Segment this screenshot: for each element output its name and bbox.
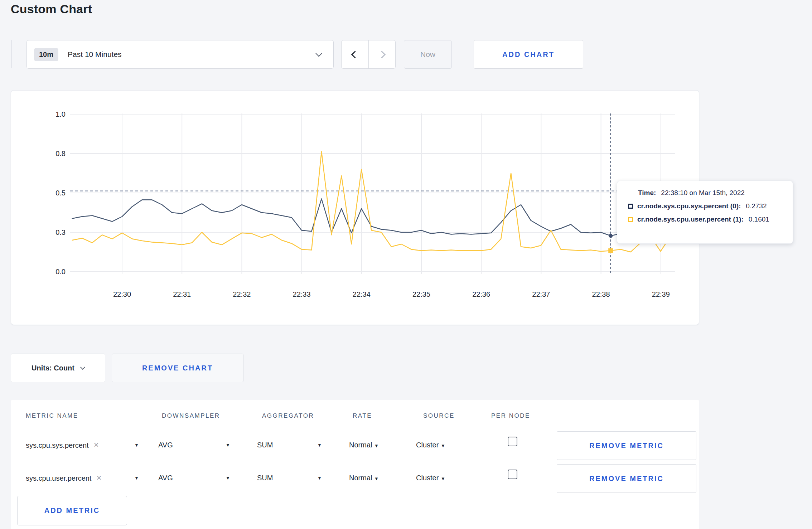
metric-name-select[interactable]: sys.cpu.sys.percent× [26, 440, 99, 450]
tooltip-sys-label: cr.node.sys.cpu.sys.percent (0): [637, 202, 741, 210]
aggregator-caret-icon[interactable]: ▼ [317, 442, 322, 448]
add-chart-button[interactable]: ADD CHART [474, 40, 583, 69]
source-value: Cluster [416, 474, 439, 482]
x-axis-tick-label: 22:31 [173, 290, 191, 298]
x-axis-tick-label: 22:36 [472, 290, 490, 298]
header-metric-name: METRIC NAME [26, 412, 78, 419]
next-range-button[interactable] [368, 40, 396, 68]
header-downsampler: DOWNSAMPLER [162, 412, 220, 419]
series-line [72, 152, 671, 252]
aggregator-select[interactable]: SUM [257, 474, 273, 482]
x-axis-tick-label: 22:37 [532, 290, 550, 298]
time-range-badge: 10m [34, 48, 58, 61]
line-chart[interactable]: 1.00.80.50.30.022:3022:3122:3222:3322:34… [11, 91, 700, 325]
add-metric-button[interactable]: ADD METRIC [17, 496, 127, 525]
x-axis-tick-label: 22:38 [592, 290, 610, 298]
aggregator-caret-icon[interactable]: ▼ [317, 475, 322, 481]
tooltip-user-label: cr.node.sys.cpu.user.percent (1): [637, 215, 744, 223]
rate-caret-icon: ▼ [374, 443, 379, 448]
metric-name-value: sys.cpu.sys.percent [26, 441, 89, 449]
per-node-checkbox[interactable] [508, 437, 517, 446]
source-select[interactable]: Cluster ▼ [416, 474, 445, 482]
metric-name-value: sys.cpu.user.percent [26, 474, 91, 482]
metric-name-caret-icon[interactable]: ▼ [134, 475, 139, 481]
header-rate: RATE [353, 412, 372, 419]
toolbar-divider [11, 40, 11, 68]
clear-metric-icon[interactable]: × [94, 440, 99, 450]
x-axis-tick-label: 22:35 [412, 290, 430, 298]
per-node-checkbox[interactable] [508, 470, 517, 479]
rate-select[interactable]: Normal ▼ [349, 474, 379, 482]
y-axis-tick-label: 1.0 [55, 110, 66, 118]
sys-series-swatch-icon [628, 204, 633, 209]
chart-tooltip: Time: 22:38:10 on Mar 15th, 2022 cr.node… [617, 181, 793, 244]
units-dropdown[interactable]: Units: Count [11, 354, 105, 382]
metric-name-select[interactable]: sys.cpu.user.percent× [26, 473, 101, 483]
tooltip-time-label: Time: [638, 189, 656, 197]
now-button[interactable]: Now [404, 40, 452, 69]
page-title: Custom Chart [11, 2, 92, 16]
downsampler-caret-icon[interactable]: ▼ [226, 475, 230, 481]
clear-metric-icon[interactable]: × [96, 473, 101, 482]
hover-point-sys [609, 234, 613, 238]
remove-metric-button[interactable]: REMOVE METRIC [557, 431, 696, 460]
chevron-right-icon [378, 50, 386, 58]
source-caret-icon: ▼ [441, 476, 445, 481]
tooltip-time-value: 22:38:10 on Mar 15th, 2022 [661, 189, 744, 197]
source-select[interactable]: Cluster ▼ [416, 441, 445, 449]
chevron-left-icon [351, 50, 359, 58]
header-per-node: PER NODE [491, 412, 530, 419]
remove-chart-button[interactable]: REMOVE CHART [112, 354, 243, 382]
time-range-label: Past 10 Minutes [68, 50, 122, 59]
downsampler-caret-icon[interactable]: ▼ [226, 442, 230, 448]
chevron-down-icon [80, 365, 85, 370]
x-axis-tick-label: 22:33 [293, 290, 311, 298]
source-caret-icon: ▼ [441, 443, 445, 448]
y-axis-tick-label: 0.5 [55, 189, 66, 197]
x-axis-tick-label: 22:34 [353, 290, 371, 298]
downsampler-select[interactable]: AVG [158, 441, 173, 449]
y-axis-tick-label: 0.8 [55, 150, 66, 157]
tooltip-user-value: 0.1601 [749, 215, 769, 223]
prev-range-button[interactable] [342, 40, 368, 68]
hover-point-user [608, 248, 613, 253]
time-range-dropdown[interactable]: 10m Past 10 Minutes [26, 40, 334, 69]
x-axis-tick-label: 22:32 [233, 290, 251, 298]
tooltip-sys-value: 0.2732 [746, 202, 767, 210]
y-axis-tick-label: 0.0 [55, 268, 66, 276]
source-value: Cluster [416, 441, 439, 449]
chevron-down-icon [315, 50, 322, 57]
rate-select[interactable]: Normal ▼ [349, 441, 379, 449]
x-axis-tick-label: 22:39 [652, 290, 670, 298]
remove-metric-button[interactable]: REMOVE METRIC [557, 464, 696, 493]
header-source: SOURCE [423, 412, 455, 419]
custom-chart-page: Custom Chart 10m Past 10 Minutes Now ADD… [0, 0, 812, 529]
chart-card[interactable]: 1.00.80.50.30.022:3022:3122:3222:3322:34… [11, 90, 699, 325]
aggregator-select[interactable]: SUM [257, 441, 273, 449]
metric-name-caret-icon[interactable]: ▼ [134, 442, 139, 448]
time-nav-group [341, 40, 396, 69]
header-aggregator: AGGREGATOR [262, 412, 314, 419]
downsampler-select[interactable]: AVG [158, 474, 173, 482]
x-axis-tick-label: 22:30 [113, 290, 131, 298]
units-label: Units: Count [32, 364, 74, 372]
rate-value: Normal [349, 441, 372, 449]
user-series-swatch-icon [628, 217, 633, 222]
metrics-table: METRIC NAME DOWNSAMPLER AGGREGATOR RATE … [11, 400, 699, 529]
y-axis-tick-label: 0.3 [55, 228, 66, 236]
rate-value: Normal [349, 474, 372, 482]
rate-caret-icon: ▼ [374, 476, 379, 481]
